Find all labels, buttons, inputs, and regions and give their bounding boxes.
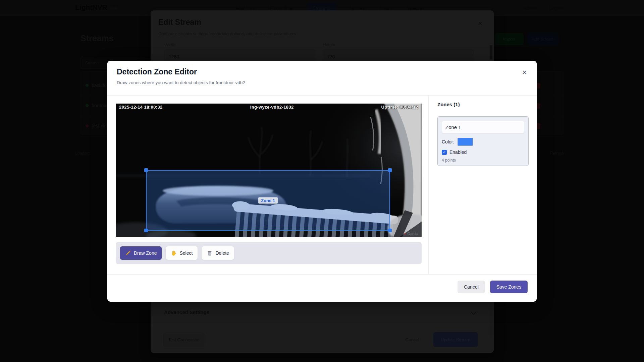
detection-zone-rect[interactable]: Zone 1	[146, 170, 390, 231]
divider	[428, 96, 429, 274]
hand-icon	[171, 250, 177, 256]
zone-name-input[interactable]	[442, 121, 524, 133]
zone-toolbar: Draw Zone Select Delete	[116, 242, 422, 264]
zone-points-count: 4 points	[442, 158, 524, 163]
color-label: Color:	[442, 139, 454, 144]
select-label: Select	[179, 250, 193, 256]
zone-handle-top-right[interactable]	[388, 168, 392, 172]
screen: LightNVRv0.9 Live View Recordings Stream…	[0, 0, 644, 362]
zone-card: Color: ✓ Enabled 4 points	[437, 116, 529, 166]
video-uptime: Uptime: 00:04:12	[381, 105, 418, 110]
video-osd-bar: 2025-12-14 18:00:32 ing-wyze-vdb2-1832 U…	[116, 105, 422, 110]
zone-editor-cancel-button[interactable]: Cancel	[458, 281, 485, 293]
zone-label-chip: Zone 1	[258, 197, 278, 203]
zone-color-picker[interactable]	[458, 138, 473, 146]
zone-handle-bottom-left[interactable]	[144, 229, 148, 232]
select-button[interactable]: Select	[166, 246, 198, 260]
draw-zone-button[interactable]: Draw Zone	[120, 246, 162, 260]
enabled-checkbox[interactable]: ✓	[442, 150, 447, 155]
watermark-dot-icon	[404, 233, 406, 235]
enabled-label: Enabled	[449, 149, 467, 155]
video-watermark: Garda	[404, 232, 418, 236]
zone-handle-bottom-right[interactable]	[388, 229, 392, 232]
close-icon[interactable]: ×	[522, 69, 527, 76]
delete-label: Delete	[215, 250, 229, 256]
zones-panel-heading: Zones (1)	[437, 102, 460, 107]
divider	[107, 95, 537, 96]
divider	[107, 274, 537, 275]
zone-editor-subtitle: Draw zones where you want to detect obje…	[117, 80, 245, 85]
zone-editor-title: Detection Zone Editor	[117, 67, 197, 76]
draw-zone-label: Draw Zone	[134, 250, 157, 256]
trash-icon	[207, 250, 213, 256]
save-zones-button[interactable]: Save Zones	[490, 281, 528, 293]
pencil-icon	[125, 250, 131, 256]
video-timestamp: 2025-12-14 18:00:32	[119, 105, 163, 110]
delete-button[interactable]: Delete	[202, 246, 234, 260]
detection-zone-editor-modal: Detection Zone Editor Draw zones where y…	[107, 61, 537, 302]
video-camera-label: ing-wyze-vdb2-1832	[250, 105, 294, 110]
watermark-text: Garda	[407, 232, 418, 236]
zone-handle-top-left[interactable]	[144, 168, 148, 172]
zone-drawing-canvas[interactable]: Zone 1 2025-12-14 18:00:32 ing-wyze-vdb2…	[116, 104, 422, 237]
